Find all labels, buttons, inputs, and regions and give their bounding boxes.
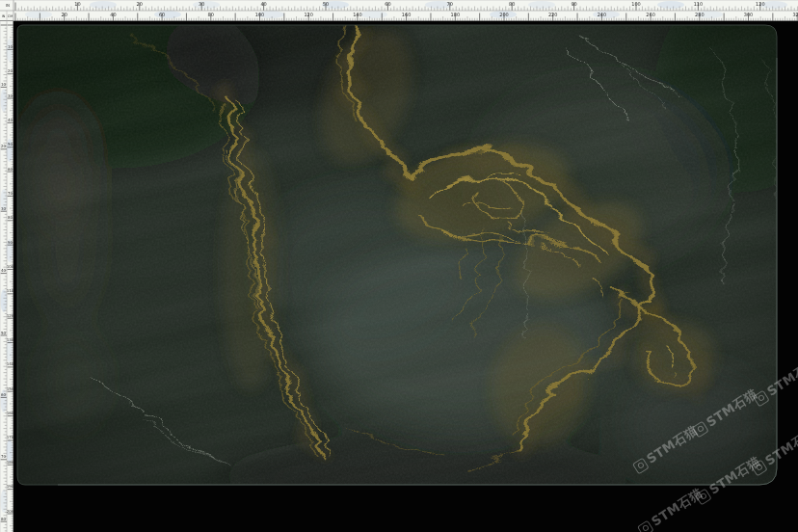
svg-text:260: 260	[646, 12, 655, 17]
svg-text:150: 150	[7, 386, 13, 391]
svg-text:10: 10	[74, 1, 80, 7]
svg-text:110: 110	[7, 288, 13, 293]
svg-text:30: 30	[199, 1, 204, 7]
svg-text:100: 100	[255, 12, 265, 17]
svg-text:20: 20	[62, 12, 67, 17]
svg-text:100: 100	[631, 1, 641, 7]
svg-text:160: 160	[402, 12, 412, 17]
svg-text:180: 180	[7, 460, 13, 465]
svg-text:220: 220	[548, 12, 558, 17]
svg-text:80: 80	[8, 215, 13, 220]
svg-text:140: 140	[353, 12, 362, 17]
svg-text:60: 60	[159, 12, 165, 17]
svg-text:120: 120	[7, 313, 13, 318]
slab-texture	[0, 0, 798, 532]
svg-text:40: 40	[8, 118, 13, 122]
svg-text:20: 20	[8, 68, 13, 73]
svg-text:80: 80	[208, 12, 214, 17]
svg-text:60: 60	[8, 167, 13, 172]
svg-text:70: 70	[8, 191, 13, 196]
svg-text:120: 120	[756, 1, 765, 7]
svg-text:CM: CM	[8, 14, 13, 18]
svg-text:120: 120	[304, 12, 313, 17]
svg-text:80: 80	[509, 1, 515, 7]
vignette	[0, 0, 798, 532]
svg-text:50: 50	[1, 331, 7, 335]
ruler-left: 1020304050607080102030405060708090100110…	[0, 21, 13, 532]
svg-text:200: 200	[7, 509, 13, 514]
svg-text:90: 90	[8, 240, 13, 245]
svg-text:160: 160	[7, 411, 13, 415]
svg-text:30: 30	[8, 93, 13, 98]
svg-text:70: 70	[1, 454, 7, 459]
svg-text:100: 100	[7, 264, 13, 269]
svg-text:170: 170	[7, 435, 13, 439]
svg-text:40: 40	[260, 1, 266, 7]
svg-text:180: 180	[451, 12, 461, 17]
svg-text:IN: IN	[2, 14, 6, 18]
svg-text:130: 130	[7, 337, 13, 342]
svg-text:10: 10	[1, 82, 7, 87]
svg-text:140: 140	[7, 361, 13, 366]
ruler-top: 1020304050607080901001101202040608010012…	[0, 0, 798, 21]
svg-text:300: 300	[744, 12, 754, 17]
svg-text:10: 10	[8, 44, 13, 49]
svg-text:40: 40	[110, 12, 116, 17]
svg-text:320: 320	[792, 12, 798, 17]
svg-text:60: 60	[1, 392, 7, 397]
svg-text:240: 240	[598, 12, 607, 17]
svg-text:60: 60	[385, 1, 390, 7]
svg-text:70: 70	[447, 1, 453, 7]
svg-text:200: 200	[499, 12, 509, 17]
svg-text:IN: IN	[6, 3, 10, 8]
svg-text:110: 110	[694, 1, 704, 7]
svg-text:80: 80	[1, 517, 7, 521]
svg-text:50: 50	[323, 1, 329, 7]
svg-text:280: 280	[695, 12, 705, 17]
svg-text:40: 40	[1, 268, 7, 273]
svg-text:50: 50	[8, 142, 13, 146]
svg-text:90: 90	[571, 1, 576, 7]
slab-scan-viewer: 1020304050607080901001101202040608010012…	[0, 0, 798, 532]
slab-image[interactable]	[0, 0, 798, 532]
svg-text:30: 30	[1, 206, 7, 211]
svg-text:20: 20	[1, 144, 7, 148]
svg-text:20: 20	[137, 1, 143, 7]
svg-text:190: 190	[7, 484, 13, 489]
